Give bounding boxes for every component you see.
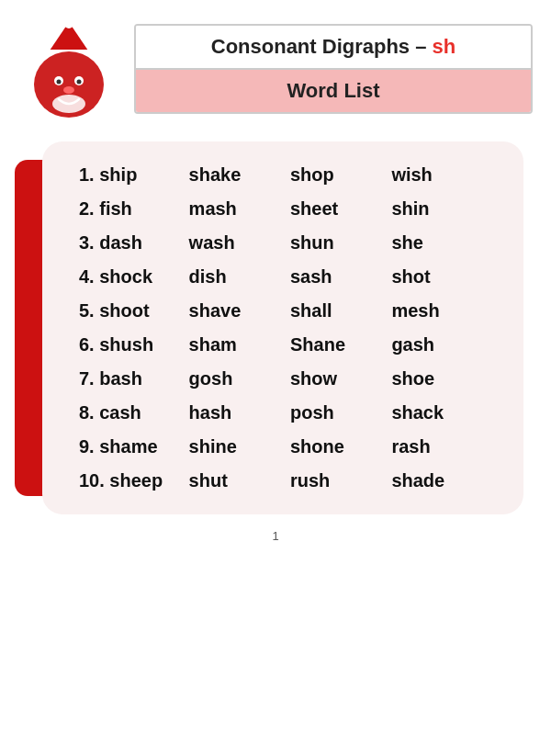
svg-point-2 <box>64 19 73 28</box>
table-row: 10. sheepshutrushshade <box>75 464 498 498</box>
table-row: 6. shushshamShanegash <box>75 328 498 362</box>
word-cell: shot <box>388 260 498 294</box>
word-cell: sash <box>287 260 388 294</box>
word-cell: wash <box>186 226 287 260</box>
svg-point-8 <box>63 86 74 94</box>
title-text: Consonant Digraphs – <box>211 35 433 58</box>
word-cell: 5. shoot <box>75 294 186 328</box>
word-cell: shade <box>388 464 498 498</box>
mascot <box>18 18 119 119</box>
word-cell: posh <box>287 396 388 430</box>
header: Consonant Digraphs – sh Word List <box>18 18 533 119</box>
table-row: 1. shipshakeshopwish <box>75 158 498 192</box>
word-cell: mesh <box>388 294 498 328</box>
word-cell: sheet <box>287 192 388 226</box>
word-cell: shone <box>287 430 388 464</box>
word-cell: mash <box>186 192 287 226</box>
word-cell: shave <box>186 294 287 328</box>
table-row: 3. dashwashshunshe <box>75 226 498 260</box>
table-row: 5. shootshaveshallmesh <box>75 294 498 328</box>
word-cell: rush <box>287 464 388 498</box>
title-top: Consonant Digraphs – sh <box>136 26 531 70</box>
svg-point-9 <box>52 95 85 113</box>
word-cell: shack <box>388 396 498 430</box>
footer: 1 <box>272 529 278 543</box>
word-cell: shall <box>287 294 388 328</box>
word-cell: shake <box>186 158 287 192</box>
table-row: 2. fishmashsheetshin <box>75 192 498 226</box>
word-cell: rash <box>388 430 498 464</box>
word-cell: 1. ship <box>75 158 186 192</box>
table-row: 9. shameshineshonerash <box>75 430 498 464</box>
word-cell: 2. fish <box>75 192 186 226</box>
word-cell: show <box>287 362 388 396</box>
page-number: 1 <box>272 529 278 543</box>
word-cell: gosh <box>186 362 287 396</box>
word-cell: 6. shush <box>75 328 186 362</box>
word-cell: she <box>388 226 498 260</box>
word-cell: Shane <box>287 328 388 362</box>
word-cell: hash <box>186 396 287 430</box>
word-cell: 8. cash <box>75 396 186 430</box>
table-row: 4. shockdishsashshot <box>75 260 498 294</box>
word-cell: shop <box>287 158 388 192</box>
svg-point-6 <box>57 80 62 85</box>
word-cell: 7. bash <box>75 362 186 396</box>
table-row: 7. bashgoshshowshoe <box>75 362 498 396</box>
title-box: Consonant Digraphs – sh Word List <box>134 24 533 114</box>
word-cell: 10. sheep <box>75 464 186 498</box>
word-cell: shin <box>388 192 498 226</box>
word-cell: shine <box>186 430 287 464</box>
word-card: 1. shipshakeshopwish2. fishmashsheetshin… <box>42 141 523 514</box>
word-cell: shun <box>287 226 388 260</box>
word-cell: sham <box>186 328 287 362</box>
word-cell: shut <box>186 464 287 498</box>
word-cell: 9. shame <box>75 430 186 464</box>
word-cell: shoe <box>388 362 498 396</box>
sh-highlight: sh <box>433 35 456 58</box>
svg-point-7 <box>77 80 82 85</box>
word-cell: 4. shock <box>75 260 186 294</box>
word-cell: gash <box>388 328 498 362</box>
word-table: 1. shipshakeshopwish2. fishmashsheetshin… <box>75 158 498 498</box>
word-cell: dish <box>186 260 287 294</box>
table-row: 8. cashhashposhshack <box>75 396 498 430</box>
word-cell: wish <box>388 158 498 192</box>
title-bottom: Word List <box>136 70 531 112</box>
word-list-container: 1. shipshakeshopwish2. fishmashsheetshin… <box>28 141 523 514</box>
word-cell: 3. dash <box>75 226 186 260</box>
